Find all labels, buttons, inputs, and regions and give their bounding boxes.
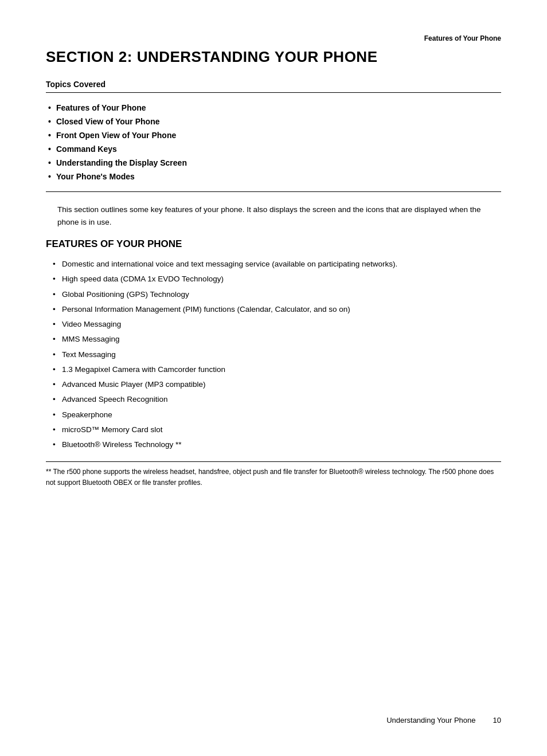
features-list-item: Domestic and international voice and tex… — [52, 257, 501, 272]
features-list: Domestic and international voice and tex… — [52, 257, 501, 452]
features-list-item: High speed data (CDMA 1x EVDO Technology… — [52, 272, 501, 287]
topics-list-item: Command Keys — [46, 142, 501, 156]
features-list-item: Video Messaging — [52, 317, 501, 332]
topics-list: Features of Your Phone Closed View of Yo… — [46, 101, 501, 183]
features-list-item: Advanced Speech Recognition — [52, 392, 501, 407]
footer-page-label: Understanding Your Phone — [386, 716, 475, 724]
features-list-item: Personal Information Management (PIM) fu… — [52, 302, 501, 317]
page-container: Features of Your Phone Section 2: Unders… — [0, 0, 547, 756]
section-title: Section 2: Understanding Your Phone — [46, 48, 501, 66]
topics-list-item: Closed View of Your Phone — [46, 115, 501, 128]
footnote-divider — [46, 461, 501, 462]
intro-paragraph: This section outlines some key features … — [57, 203, 490, 228]
features-heading: Features of Your Phone — [46, 238, 501, 250]
features-list-item: MMS Messaging — [52, 332, 501, 347]
divider-top — [46, 92, 501, 93]
header-section-label: Features of Your Phone — [46, 34, 501, 42]
topics-covered-label: Topics Covered — [46, 80, 501, 89]
topics-list-item: Front Open View of Your Phone — [46, 128, 501, 142]
features-list-item: Text Messaging — [52, 347, 501, 362]
page-footer: Understanding Your Phone 10 — [46, 716, 501, 724]
topics-list-item: Your Phone's Modes — [46, 170, 501, 183]
features-list-item: 1.3 Megapixel Camera with Camcorder func… — [52, 362, 501, 377]
features-list-item: Speakerphone — [52, 408, 501, 422]
divider-bottom — [46, 191, 501, 192]
features-list-item: Global Positioning (GPS) Technology — [52, 287, 501, 302]
footer-page-number: 10 — [493, 716, 501, 724]
features-list-item: microSD™ Memory Card slot — [52, 422, 501, 437]
features-list-item: Advanced Music Player (MP3 compatible) — [52, 377, 501, 392]
topics-list-item: Features of Your Phone — [46, 101, 501, 115]
footnote-text: ** The r500 phone supports the wireless … — [46, 467, 501, 488]
topics-list-item: Understanding the Display Screen — [46, 156, 501, 170]
features-list-item: Bluetooth® Wireless Technology ** — [52, 437, 501, 452]
